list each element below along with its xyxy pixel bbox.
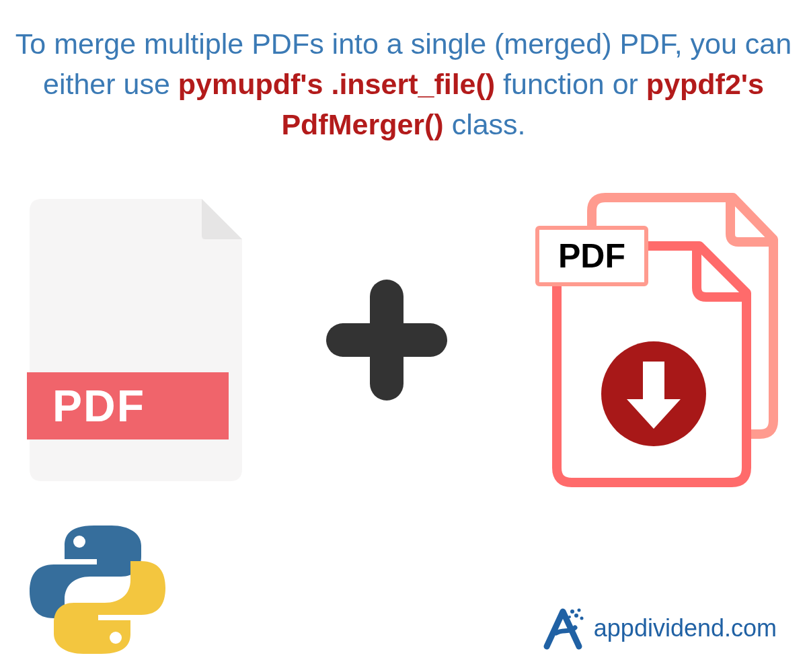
heading-part2: function or	[495, 68, 646, 100]
plus-icon	[313, 273, 461, 407]
brand-block: appdividend.com	[540, 605, 777, 652]
svg-point-9	[580, 617, 583, 620]
illustration-row: PDF PDF	[0, 192, 807, 488]
heading-text: To merge multiple PDFs into a single (me…	[0, 0, 807, 145]
pdf-badge-right: PDF	[535, 226, 648, 286]
pdf-file-icon-left: PDF	[27, 199, 249, 481]
svg-point-4	[73, 536, 85, 548]
svg-point-6	[570, 610, 574, 614]
svg-point-7	[574, 614, 578, 618]
plus-symbol-icon	[319, 273, 454, 407]
python-logo-icon	[27, 524, 168, 655]
svg-point-5	[110, 632, 122, 644]
pdf-file-icon-right: PDF	[525, 192, 780, 488]
svg-point-8	[577, 609, 580, 612]
svg-point-10	[568, 616, 571, 618]
svg-rect-1	[326, 323, 447, 357]
svg-rect-3	[643, 362, 664, 402]
brand-logo-icon	[540, 605, 587, 652]
heading-highlight-1: pymupdf's .insert_file()	[178, 68, 495, 100]
brand-text: appdividend.com	[594, 614, 777, 642]
pdf-badge-left: PDF	[27, 372, 229, 439]
python-icon	[27, 524, 168, 655]
heading-part3: class.	[444, 108, 526, 140]
